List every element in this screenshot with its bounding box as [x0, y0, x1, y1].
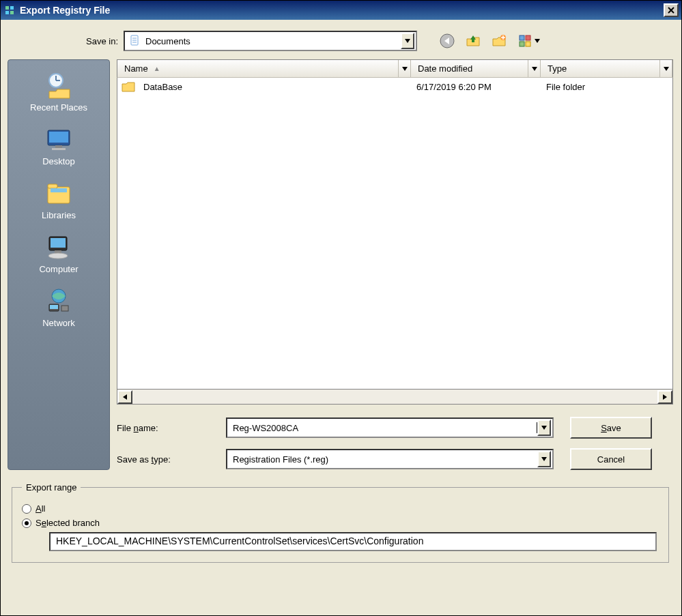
radio-icon [22, 504, 31, 514]
svg-rect-30 [48, 184, 57, 188]
save-as-type-combo[interactable]: Registration Files (*.reg) [226, 449, 554, 469]
svg-marker-10 [405, 39, 410, 43]
file-type: File folder [542, 82, 589, 92]
libraries-icon [42, 177, 75, 210]
chevron-down-icon [664, 67, 669, 71]
close-icon [668, 7, 674, 14]
save-in-dropdown[interactable] [401, 33, 414, 49]
svg-rect-17 [520, 35, 524, 40]
save-as-type-value: Registration Files (*.reg) [233, 454, 537, 465]
save-in-label: Save in: [69, 36, 118, 46]
radio-selected-label: Selected branch [35, 518, 100, 528]
column-label: Name [124, 63, 148, 74]
chevron-down-icon [532, 67, 537, 71]
svg-rect-38 [50, 305, 58, 309]
svg-marker-45 [541, 426, 547, 430]
chevron-down-icon [541, 457, 547, 461]
sidebar-item-computer[interactable]: Computer [8, 229, 109, 280]
sidebar-item-label: Libraries [42, 210, 76, 220]
sidebar-item-label: Network [42, 318, 75, 328]
svg-marker-40 [402, 67, 408, 71]
file-list[interactable]: DataBase 6/17/2019 6:20 PM File folder [117, 77, 673, 390]
file-name-input[interactable]: Reg-WS2008CA [226, 417, 554, 438]
chevron-down-icon [535, 39, 540, 43]
back-button[interactable] [439, 33, 455, 49]
views-button[interactable] [517, 33, 541, 49]
up-folder-icon [466, 33, 481, 48]
folder-icon [122, 80, 135, 93]
recent-places-icon [42, 70, 75, 102]
column-dropdown[interactable] [528, 60, 540, 77]
svg-marker-43 [123, 394, 127, 400]
radio-selected-branch[interactable]: Selected branch [22, 518, 659, 528]
documents-icon [129, 35, 141, 47]
close-button[interactable] [664, 3, 679, 17]
sidebar-item-desktop[interactable]: Desktop [8, 121, 109, 172]
chevron-down-icon [405, 39, 410, 43]
new-folder-icon [492, 33, 507, 48]
up-one-level-button[interactable] [465, 33, 481, 49]
svg-marker-42 [664, 67, 669, 71]
save-as-type-label: Save as type: [117, 454, 226, 465]
sidebar-item-network[interactable]: Network [8, 282, 109, 334]
file-name-label: File name: [117, 423, 226, 433]
svg-marker-46 [541, 457, 547, 461]
column-label: Date modified [418, 63, 472, 74]
column-dropdown[interactable] [398, 60, 410, 77]
svg-point-35 [48, 253, 68, 259]
sort-asc-icon: ▲ [154, 65, 160, 72]
sidebar-item-recent-places[interactable]: Recent Places [8, 67, 109, 118]
svg-marker-21 [535, 39, 540, 43]
file-name-dropdown[interactable] [537, 420, 551, 436]
svg-rect-19 [520, 42, 524, 46]
sidebar-item-label: Desktop [42, 156, 75, 166]
views-icon [519, 35, 532, 47]
column-headers: Name ▲ Date modified Type [117, 59, 673, 77]
selected-branch-input[interactable]: HKEY_LOCAL_MACHINE\SYSTEM\CurrentControl… [49, 532, 657, 551]
network-icon [42, 285, 75, 318]
horizontal-scrollbar[interactable] [117, 390, 673, 405]
sidebar-item-libraries[interactable]: Libraries [8, 175, 109, 226]
column-header-date[interactable]: Date modified [411, 60, 541, 77]
export-range-legend: Export range [22, 482, 81, 493]
column-dropdown[interactable] [659, 60, 672, 77]
radio-icon [22, 518, 31, 528]
scroll-left-button[interactable] [117, 390, 132, 404]
file-date: 6/17/2019 6:20 PM [412, 82, 542, 92]
radio-all[interactable]: All [22, 503, 659, 514]
desktop-icon [42, 123, 75, 156]
svg-rect-20 [526, 42, 530, 46]
window-title: Export Registry File [20, 5, 664, 16]
svg-rect-0 [5, 6, 9, 10]
save-as-type-dropdown[interactable] [537, 451, 551, 467]
svg-rect-31 [51, 188, 67, 192]
svg-marker-44 [663, 394, 667, 400]
selected-branch-value: HKEY_LOCAL_MACHINE\SYSTEM\CurrentControl… [56, 536, 423, 546]
new-folder-button[interactable] [491, 33, 507, 49]
file-row[interactable]: DataBase 6/17/2019 6:20 PM File folder [117, 78, 672, 96]
chevron-down-icon [402, 67, 408, 71]
svg-rect-27 [55, 145, 62, 148]
cancel-button[interactable]: Cancel [570, 448, 652, 470]
radio-all-label: All [35, 503, 45, 514]
svg-rect-3 [10, 11, 14, 14]
computer-icon [42, 231, 75, 264]
svg-rect-26 [49, 132, 68, 143]
back-icon [440, 33, 455, 48]
column-header-name[interactable]: Name ▲ [117, 60, 411, 77]
save-in-combo[interactable]: Documents [124, 31, 417, 51]
file-name: DataBase [139, 82, 412, 92]
chevron-left-icon [123, 394, 127, 400]
chevron-right-icon [663, 394, 667, 400]
app-icon [3, 4, 16, 16]
svg-rect-34 [55, 250, 61, 253]
export-range-group: Export range All Selected branch HKEY_LO… [12, 482, 669, 563]
save-button[interactable]: Save [570, 417, 652, 439]
column-header-type[interactable]: Type [541, 60, 672, 77]
sidebar-item-label: Recent Places [30, 102, 87, 113]
svg-rect-39 [61, 306, 68, 311]
column-label: Type [548, 63, 567, 74]
titlebar: Export Registry File [1, 1, 681, 20]
svg-rect-1 [10, 6, 14, 10]
scroll-right-button[interactable] [657, 390, 672, 404]
